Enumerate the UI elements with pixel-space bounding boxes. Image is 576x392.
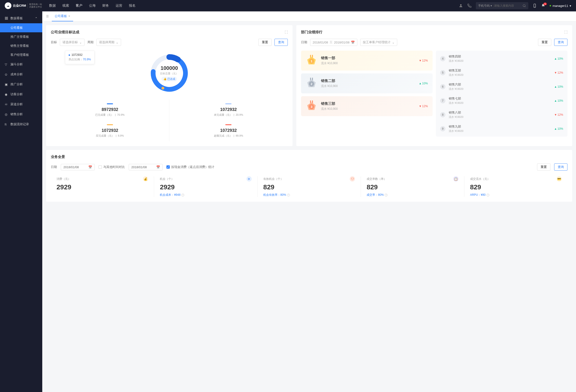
nav-item[interactable]: 客户 (76, 3, 82, 8)
rank-percent: ▼ 12% (419, 105, 428, 108)
sidebar-sub-item[interactable]: 推广主管看板 (0, 32, 42, 41)
help-icon[interactable]: ? (385, 194, 387, 196)
kpi-subtext: ARPU：¥80 ? (470, 193, 562, 197)
sidebar-icon: ⎘ (5, 122, 8, 126)
search-icon[interactable] (522, 4, 526, 7)
chart-center-value: 100000 (160, 65, 178, 71)
sidebar-item[interactable]: ⊙成本分析 (0, 69, 42, 79)
cash-checkbox[interactable]: ✓ 按现金消费（返点后消费）统计 (167, 165, 214, 169)
reset-button[interactable]: 重置 (258, 39, 272, 46)
sidebar-item[interactable]: ♾渠道分析 (0, 99, 42, 109)
calendar-icon: 📅 (156, 165, 160, 169)
sidebar-item[interactable]: ▽漏斗分析 (0, 60, 42, 69)
stat-value: 1072932 (172, 128, 285, 133)
calendar-icon: 📅 (88, 165, 92, 169)
user-menu[interactable]: manager11 ▾ (550, 4, 571, 8)
sidebar-item[interactable]: ⎘数据流转记录 (0, 119, 42, 129)
search-input[interactable] (494, 4, 522, 7)
date-picker-1[interactable]: 2018/01/08📅 (61, 164, 95, 170)
query-button[interactable]: 查询 (554, 163, 568, 171)
tab-company-dashboard[interactable]: 公司看板 × (52, 11, 73, 21)
rank-row: 7 销售七部 流水 ¥19020 ▲ 10% (436, 94, 568, 108)
stat-label: 未完成量（元） | 20.9% (172, 113, 285, 117)
logo-subtitle: 教育机构一站式服务云平台 (28, 3, 42, 8)
kpi-label: 消费（元） (57, 177, 71, 181)
date-range-select[interactable]: 2018/01/08 至 2018/01/08 📅 (310, 39, 357, 46)
sidebar-icon: ◎ (5, 113, 8, 116)
sidebar-item[interactable]: ▣推广分析 (0, 79, 42, 89)
reset-button[interactable]: 重置 (538, 39, 551, 46)
sidebar-item[interactable]: ◎销售分析 (0, 109, 42, 119)
notification-badge: 5 (544, 3, 547, 5)
reset-button[interactable]: 重置 (537, 163, 550, 171)
sidebar-section-dashboard[interactable]: 数据看板 ⌃ (0, 13, 42, 23)
stat-cell: 8972932 已完成量（元） | 70.9% (51, 99, 169, 121)
kpi-subtext: 机会有效率：80% ? (263, 193, 355, 197)
kpi-value: 829 (470, 183, 562, 191)
rank-name: 销售七部 (449, 96, 551, 101)
arrow-icon: ▲ (419, 82, 422, 85)
tabs-bar: ☰ 公司看板 × (42, 11, 576, 21)
expand-icon[interactable]: ⛶ (564, 30, 568, 34)
query-button[interactable]: 查询 (274, 39, 288, 46)
svg-point-0 (460, 4, 461, 6)
expand-icon[interactable]: ⛶ (285, 30, 288, 34)
nav-item[interactable]: 线索 (62, 3, 69, 8)
medal-icon: 3 (306, 100, 317, 112)
nav-item[interactable]: 公海 (89, 3, 96, 8)
arrow-icon: ▼ (554, 113, 557, 117)
nav-item[interactable]: 数据 (49, 3, 56, 8)
svg-text:1: 1 (311, 60, 312, 63)
arrow-icon: ▲ (554, 127, 557, 130)
nav-item[interactable]: 财务 (102, 3, 109, 8)
kpi-icon: 🛡 (350, 176, 355, 181)
checkbox-icon (99, 165, 102, 169)
rank-value: 流水 ¥10,900 (321, 61, 415, 65)
rank-row: 4 销售四部 流水 ¥19020 ▲ 10% (436, 52, 568, 65)
phone-icon[interactable] (467, 3, 471, 8)
help-icon[interactable]: ? (181, 194, 184, 196)
svg-text:2: 2 (311, 82, 312, 86)
chart-tooltip: 1072932 所占比例：70.9% (65, 51, 94, 64)
stat-label: 应完成量（元） | 8.9% (53, 134, 167, 138)
bell-icon[interactable]: 5 (541, 3, 545, 8)
rank-card: 2 销售二部 流水 ¥10,900 ▲ 10% (301, 73, 432, 93)
rank-percent: ▲ 10% (419, 82, 428, 85)
chevron-down-icon: ⌄ (116, 41, 118, 44)
rank-number: 9 (440, 126, 445, 131)
period-select[interactable]: 请选择周期⌄ (96, 39, 121, 46)
mobile-icon[interactable] (533, 3, 537, 8)
calendar-icon: 📅 (351, 41, 355, 44)
query-button[interactable]: 查询 (554, 39, 568, 46)
close-icon[interactable]: × (68, 14, 70, 18)
rank-value: 流水 ¥10,900 (321, 84, 415, 88)
nav-item[interactable]: 报名 (129, 3, 136, 8)
help-icon[interactable]: ? (287, 194, 290, 196)
sidebar-sub-item[interactable]: 公司看板 (0, 23, 42, 32)
date-picker-2[interactable]: 2018/01/08📅 (129, 164, 163, 170)
stat-by-select[interactable]: 按工单客户经理统计⌄ (360, 39, 397, 46)
target-label: 目标 (51, 40, 57, 44)
collapse-sidebar-icon[interactable]: ☰ (46, 14, 49, 18)
logo-icon: ☁ (5, 2, 11, 9)
medal-icon: 1 (306, 55, 317, 66)
compare-checkbox[interactable]: 与其他时间对比 (99, 165, 125, 169)
rank-value: 流水 ¥19020 (449, 73, 551, 77)
search-type-select[interactable]: 手机号码 ▾ (478, 4, 492, 8)
sidebar-sub-item[interactable]: 客户经理看板 (0, 50, 42, 60)
help-icon[interactable]: ? (487, 194, 489, 196)
rank-name: 销售五部 (449, 68, 551, 73)
stat-cell: 1072932 应完成量（元） | 8.9% (51, 121, 169, 141)
rank-row: 6 销售六部 流水 ¥19020 ▲ 10% (436, 80, 568, 94)
target-select[interactable]: 请选择目标⌄ (60, 39, 85, 46)
rank-number: 8 (440, 112, 445, 117)
sidebar-sub-item[interactable]: 销售主管看板 (0, 41, 42, 50)
user-icon[interactable] (459, 3, 463, 8)
rank-value: 流水 ¥19020 (449, 129, 551, 133)
panel-title: 公司业绩目标达成 (51, 30, 79, 34)
logo[interactable]: ☁ 云朵CRM 教育机构一站式服务云平台 (5, 2, 42, 9)
rank-number: 7 (440, 98, 445, 103)
sidebar-item[interactable]: ◉访客分析 (0, 89, 42, 99)
svg-point-1 (523, 4, 525, 7)
nav-item[interactable]: 运营 (116, 3, 122, 8)
